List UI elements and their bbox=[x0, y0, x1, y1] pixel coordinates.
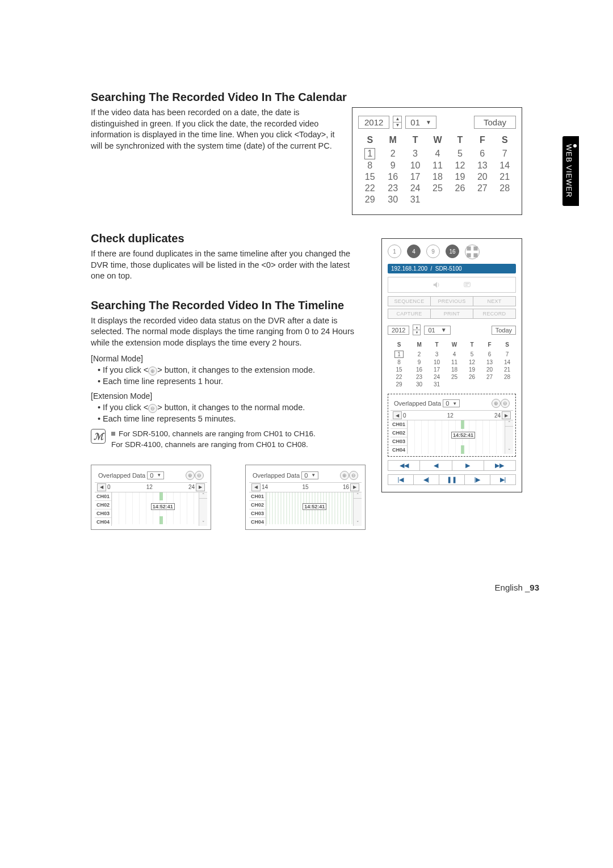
scroll-up-icon[interactable]: ˄ bbox=[505, 420, 513, 427]
calendar-day-cell[interactable]: 14 bbox=[494, 160, 516, 171]
calendar-day-cell[interactable]: 29 bbox=[388, 381, 410, 388]
scroll-down-icon[interactable]: ˅ bbox=[199, 520, 207, 526]
calendar-day-cell[interactable]: 28 bbox=[494, 183, 516, 194]
calendar-day-cell[interactable]: 27 bbox=[481, 373, 498, 381]
calendar-day-cell[interactable]: 15 bbox=[388, 366, 410, 373]
calendar-day-cell[interactable]: 20 bbox=[481, 366, 498, 373]
mode-collapse-icon[interactable]: ⊖ bbox=[349, 471, 358, 480]
ruler-right-button[interactable]: ▶ bbox=[350, 483, 359, 491]
year-spinner-small[interactable]: ▲▼ bbox=[413, 325, 421, 335]
calendar-day-cell[interactable]: 28 bbox=[498, 373, 516, 381]
track-area[interactable]: 14:52:41 bbox=[408, 420, 505, 454]
playback-button[interactable]: |◀ bbox=[388, 475, 413, 484]
today-button-small[interactable]: Today bbox=[492, 326, 516, 335]
calendar-day-cell[interactable]: 6 bbox=[481, 350, 498, 359]
playback-button[interactable]: ◀| bbox=[413, 475, 439, 484]
calendar-day-cell[interactable]: 7 bbox=[494, 148, 516, 160]
calendar-day-cell[interactable]: 21 bbox=[498, 366, 516, 373]
ruler-left-button[interactable]: ◀ bbox=[97, 483, 106, 491]
capture-button[interactable]: CAPTURE bbox=[388, 309, 431, 319]
calendar-day-cell[interactable]: 23 bbox=[381, 183, 404, 194]
calendar-day-cell[interactable]: 7 bbox=[498, 350, 516, 359]
overlapped-select[interactable]: 0▼ bbox=[443, 399, 460, 407]
calendar-day-cell[interactable]: 11 bbox=[426, 160, 448, 171]
ruler-left-button[interactable]: ◀ bbox=[393, 411, 402, 419]
mode-collapse-icon[interactable]: ⊖ bbox=[195, 471, 204, 480]
calendar-day-cell[interactable]: 26 bbox=[449, 183, 471, 194]
playback-button[interactable]: ▶▶ bbox=[484, 461, 515, 470]
previous-button[interactable]: PREVIOUS bbox=[431, 296, 473, 306]
playback-button[interactable]: ◀◀ bbox=[388, 461, 419, 470]
mode-collapse-icon[interactable]: ⊖ bbox=[501, 399, 510, 408]
ruler-left-button[interactable]: ◀ bbox=[251, 483, 261, 491]
calendar-day-cell[interactable]: 16 bbox=[381, 171, 404, 183]
scroll-up-icon[interactable]: ˄ bbox=[354, 492, 362, 499]
calendar-day-cell[interactable]: 1 bbox=[388, 350, 410, 359]
calendar-day-cell[interactable]: 29 bbox=[358, 194, 381, 205]
calendar-day-cell[interactable]: 12 bbox=[449, 160, 471, 171]
calendar-day-cell[interactable]: 27 bbox=[471, 183, 493, 194]
ruler-right-button[interactable]: ▶ bbox=[196, 483, 205, 491]
calendar-day-cell[interactable]: 3 bbox=[428, 350, 446, 359]
sequence-button[interactable]: SEQUENCE bbox=[388, 296, 431, 306]
calendar-day-cell[interactable]: 25 bbox=[446, 373, 463, 381]
calendar-day-cell[interactable]: 13 bbox=[481, 359, 498, 366]
calendar-day-cell[interactable]: 14 bbox=[498, 359, 516, 366]
calendar-day-cell[interactable]: 10 bbox=[428, 359, 446, 366]
ruler-right-button[interactable]: ▶ bbox=[502, 411, 511, 419]
calendar-day-cell[interactable]: 30 bbox=[410, 381, 428, 388]
calendar-day-cell[interactable]: 31 bbox=[404, 194, 426, 205]
next-button[interactable]: NEXT bbox=[473, 296, 516, 306]
mode-expand-icon[interactable]: ⊕ bbox=[340, 471, 349, 480]
calendar-day-cell[interactable]: 17 bbox=[404, 171, 426, 183]
calendar-day-cell[interactable]: 21 bbox=[494, 171, 516, 183]
calendar-day-cell[interactable]: 5 bbox=[449, 148, 471, 160]
calendar-day-cell[interactable]: 13 bbox=[471, 160, 493, 171]
calendar-day-cell[interactable]: 31 bbox=[428, 381, 446, 388]
calendar-day-cell[interactable]: 11 bbox=[446, 359, 463, 366]
overlapped-select[interactable]: 0▼ bbox=[147, 471, 164, 479]
calendar-day-cell[interactable]: 3 bbox=[404, 148, 426, 160]
playback-button[interactable]: ◀ bbox=[419, 461, 451, 470]
year-input-small[interactable]: 2012 bbox=[388, 326, 409, 335]
print-button[interactable]: PRINT bbox=[431, 309, 473, 319]
scrollbar[interactable]: ˄˅ bbox=[505, 420, 513, 454]
calendar-day-cell[interactable]: 22 bbox=[388, 373, 410, 381]
playback-button[interactable]: ▶ bbox=[452, 461, 484, 470]
year-spinner[interactable]: ▲▼ bbox=[393, 116, 402, 129]
calendar-day-cell[interactable]: 15 bbox=[358, 171, 381, 183]
calendar-day-cell[interactable]: 17 bbox=[428, 366, 446, 373]
track-area[interactable]: 14:52:41 bbox=[112, 492, 199, 524]
playback-button[interactable]: |▶ bbox=[464, 475, 490, 484]
calendar-day-cell[interactable]: 12 bbox=[463, 359, 481, 366]
calendar-day-cell[interactable]: 9 bbox=[410, 359, 428, 366]
calendar-day-cell[interactable]: 18 bbox=[446, 366, 463, 373]
calendar-day-cell[interactable]: 9 bbox=[381, 160, 404, 171]
playback-button[interactable]: ▶| bbox=[490, 475, 515, 484]
calendar-day-cell[interactable]: 22 bbox=[358, 183, 381, 194]
calendar-day-cell[interactable]: 23 bbox=[410, 373, 428, 381]
layout-9-button[interactable]: 9 bbox=[426, 245, 440, 258]
calendar-day-cell[interactable]: 4 bbox=[446, 350, 463, 359]
scrollbar[interactable]: ˄˅ bbox=[353, 492, 362, 526]
calendar-grid[interactable]: SMTWTFS 12345678910111213141516171819202… bbox=[358, 134, 516, 205]
calendar-day-cell[interactable]: 10 bbox=[404, 160, 426, 171]
scroll-down-icon[interactable]: ˅ bbox=[505, 448, 513, 454]
calendar-day-cell[interactable]: 19 bbox=[449, 171, 471, 183]
calendar-day-cell[interactable]: 18 bbox=[426, 171, 448, 183]
year-input[interactable]: 2012 bbox=[358, 116, 389, 129]
overlapped-select[interactable]: 0▼ bbox=[301, 471, 318, 479]
calendar-day-cell[interactable]: 20 bbox=[471, 171, 493, 183]
layout-1-button[interactable]: 1 bbox=[388, 245, 401, 258]
layout-extra-button[interactable] bbox=[465, 245, 480, 259]
calendar-day-cell[interactable]: 25 bbox=[426, 183, 448, 194]
calendar-day-cell[interactable]: 8 bbox=[388, 359, 410, 366]
calendar-day-cell[interactable]: 4 bbox=[426, 148, 448, 160]
calendar-day-cell[interactable]: 6 bbox=[471, 148, 493, 160]
record-button[interactable]: RECORD bbox=[473, 309, 516, 319]
layout-16-button[interactable]: 16 bbox=[446, 245, 459, 258]
calendar-day-cell[interactable]: 24 bbox=[428, 373, 446, 381]
mode-expand-icon[interactable]: ⊕ bbox=[492, 399, 501, 408]
track-area[interactable]: 14:52:41 bbox=[266, 492, 353, 524]
scrollbar[interactable]: ˄˅ bbox=[199, 492, 207, 526]
